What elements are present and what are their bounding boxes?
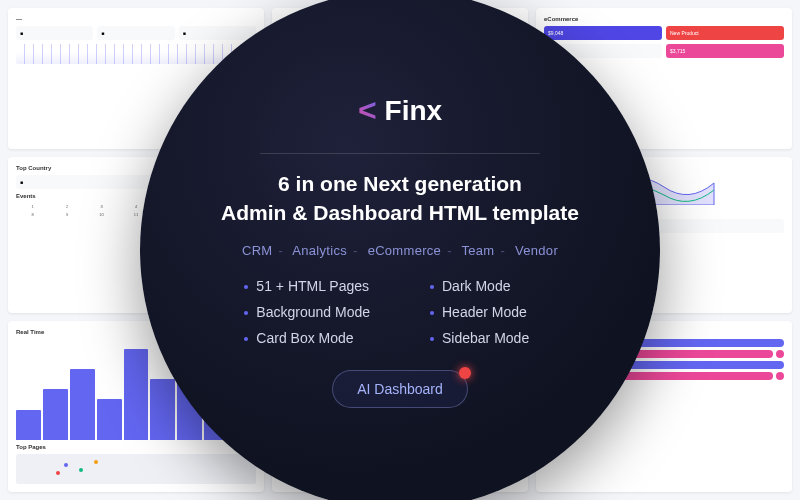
- category: Vendor: [515, 243, 558, 258]
- feature-item: 51 + HTML Pages: [244, 278, 370, 294]
- category: eCommerce: [368, 243, 442, 258]
- feature-item: Background Mode: [244, 304, 370, 320]
- ai-button-label: AI Dashboard: [357, 381, 443, 397]
- headline-line-1: 6 in one Next generation: [221, 170, 579, 198]
- category: CRM: [242, 243, 273, 258]
- feature-item: Sidebar Mode: [430, 330, 556, 346]
- divider: [260, 153, 540, 154]
- mini-map: [16, 454, 256, 484]
- stat-tile: $9,048: [544, 26, 662, 40]
- preview-title: eCommerce: [544, 16, 784, 22]
- logo-text: Finx: [385, 95, 443, 127]
- logo-mark-icon: >: [358, 92, 377, 129]
- feature-item: Card Box Mode: [244, 330, 370, 346]
- stat-tile: New Product: [666, 26, 784, 40]
- feature-item: Dark Mode: [430, 278, 556, 294]
- headline-line-2: Admin & Dashboard HTML template: [221, 199, 579, 227]
- ai-dashboard-button[interactable]: AI Dashboard: [332, 370, 468, 408]
- hero-circle: > Finx 6 in one Next generation Admin & …: [140, 0, 660, 500]
- category-list: CRM- Analytics- eCommerce- Team- Vendor: [242, 243, 558, 258]
- feature-item: Header Mode: [430, 304, 556, 320]
- preview-title: —: [16, 16, 256, 22]
- headline: 6 in one Next generation Admin & Dashboa…: [221, 170, 579, 227]
- category: Analytics: [292, 243, 347, 258]
- notification-dot-icon: [459, 367, 471, 379]
- category: Team: [461, 243, 494, 258]
- logo: > Finx: [358, 92, 442, 129]
- feature-grid: 51 + HTML Pages Dark Mode Background Mod…: [244, 278, 555, 346]
